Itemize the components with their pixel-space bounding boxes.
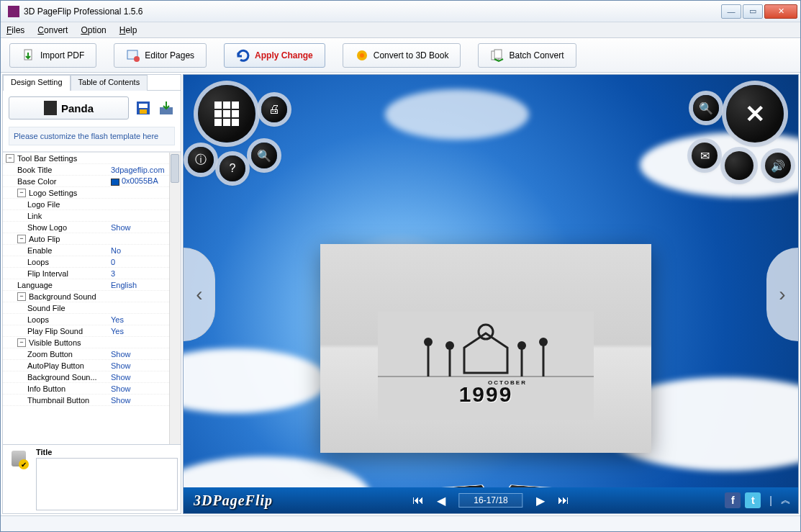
email-icon: ✉ [700, 149, 710, 163]
prop-name: Sound File [27, 304, 65, 312]
prop-row[interactable]: Logo File [3, 199, 181, 210]
collapse-icon[interactable]: − [6, 154, 14, 163]
info-button[interactable]: ⓘ [188, 147, 214, 173]
prop-name: Logo File [27, 200, 60, 209]
svg-point-17 [445, 341, 454, 350]
prop-row[interactable]: −Visible Buttons [3, 337, 181, 348]
prop-row[interactable]: Background Soun...Show [3, 371, 181, 383]
convert-3dbook-button[interactable]: Convert to 3D Book [343, 43, 461, 68]
prop-row[interactable]: Sound File [3, 302, 181, 314]
prop-row[interactable]: −Background Sound [3, 291, 181, 302]
menu-convert[interactable]: Convert [37, 25, 68, 35]
print-icon: 🖨 [268, 103, 280, 116]
prop-name: Background Sound [29, 292, 96, 301]
brand-logo: 3DPageFlip [194, 492, 273, 509]
zoom-button[interactable]: 🔍 [693, 95, 719, 121]
prop-row[interactable]: −Tool Bar Settings [3, 153, 181, 164]
menu-option[interactable]: Option [81, 25, 106, 35]
collapse-icon[interactable]: − [17, 235, 26, 243]
prop-row[interactable]: Book Title3dpageflip.com [3, 164, 181, 176]
next-page-arrow[interactable]: › [766, 248, 798, 341]
prop-row[interactable]: AutoPlay ButtonShow [3, 360, 181, 371]
book-icon [44, 101, 57, 115]
prop-name: AutoPlay Button [27, 361, 84, 370]
collapse-icon[interactable]: − [17, 292, 26, 301]
save-template-button[interactable] [135, 99, 152, 117]
close-button[interactable]: ✕ [764, 4, 797, 19]
maximize-button[interactable]: ▭ [743, 4, 763, 19]
last-page-button[interactable]: ⏭ [558, 494, 569, 507]
import-pdf-button[interactable]: Import PDF [9, 43, 96, 68]
next-page-button[interactable]: ▶ [536, 494, 545, 508]
prop-row[interactable]: Zoom ButtonShow [3, 348, 181, 360]
import-icon [22, 48, 36, 63]
help-button[interactable]: ? [220, 155, 245, 181]
editor-icon [126, 48, 140, 63]
sound-button[interactable]: 🔊 [765, 153, 791, 179]
menu-files[interactable]: Files [6, 25, 24, 35]
prop-row[interactable]: −Auto Flip [3, 233, 181, 245]
help-icon: ? [230, 162, 236, 175]
prop-name: Thumbnail Button [27, 396, 89, 405]
prop-row[interactable]: Show LogoShow [3, 222, 181, 233]
svg-point-19 [517, 341, 526, 350]
fullscreen-button[interactable]: ✕ [726, 85, 784, 143]
collapse-icon[interactable]: − [17, 338, 26, 347]
search-button[interactable]: 🔍 [251, 143, 277, 168]
prop-name: Enable [27, 246, 52, 255]
prop-row[interactable]: Info ButtonShow [3, 383, 181, 395]
prop-row[interactable]: Base Color0x0055BA [3, 176, 181, 187]
prev-page-button[interactable]: ◀ [437, 494, 445, 508]
batch-convert-button[interactable]: Batch Convert [478, 43, 576, 68]
prop-row[interactable]: EnableNo [3, 245, 181, 256]
prop-row[interactable]: −Logo Settings [3, 187, 181, 199]
property-list[interactable]: −Tool Bar SettingsBook Title3dpageflip.c… [3, 152, 181, 444]
thumbnails-button[interactable] [198, 85, 255, 143]
scrollbar[interactable] [169, 153, 181, 444]
prop-name: Auto Flip [29, 235, 60, 243]
twitter-button[interactable]: t [745, 492, 761, 508]
first-page-button[interactable]: ⏮ [412, 494, 424, 507]
page-indicator[interactable]: 16-17/18 [458, 493, 522, 508]
minimize-button[interactable]: — [721, 4, 741, 19]
menu-help[interactable]: Help [119, 25, 137, 35]
prop-name: Show Logo [27, 223, 67, 232]
prop-row[interactable]: Flip Interval3 [3, 268, 181, 279]
export-template-button[interactable] [158, 99, 175, 117]
extra-button[interactable] [725, 151, 754, 180]
convert-label: Convert to 3D Book [374, 50, 449, 60]
svg-rect-8 [139, 104, 148, 108]
tab-design-setting[interactable]: Design Setting [3, 75, 71, 91]
info-icon: ⓘ [195, 153, 207, 168]
svg-point-15 [424, 338, 433, 346]
import-label: Import PDF [40, 50, 84, 60]
svg-rect-9 [140, 109, 147, 114]
template-panda-button[interactable]: Panda [9, 96, 129, 120]
expand-up-button[interactable]: ︽ [781, 494, 791, 507]
print-button[interactable]: 🖨 [261, 96, 287, 122]
facebook-button[interactable]: f [725, 492, 741, 508]
panda-label: Panda [61, 102, 94, 114]
email-button[interactable]: ✉ [692, 143, 718, 168]
editor-pages-button[interactable]: Editor Pages [114, 43, 207, 68]
prop-row[interactable]: LoopsYes [3, 314, 181, 325]
status-bar [1, 515, 800, 531]
sound-icon: 🔊 [771, 159, 785, 173]
convert-icon [355, 48, 369, 63]
divider: | [769, 495, 772, 506]
collapse-icon[interactable]: − [17, 189, 26, 197]
prop-row[interactable]: Loops0 [3, 256, 181, 268]
apply-label: Apply Change [255, 50, 313, 60]
prop-row[interactable]: Link [3, 210, 181, 222]
prop-name: Info Button [27, 384, 65, 393]
prop-row[interactable]: Play Flip SoundYes [3, 325, 181, 337]
batch-icon [490, 48, 504, 63]
prop-row[interactable]: Thumbnail ButtonShow [3, 395, 181, 406]
tab-table-of-contents[interactable]: Table of Contents [71, 75, 148, 91]
window-title: 3D PageFlip Professional 1.5.6 [24, 6, 721, 17]
book-page[interactable]: 1999 OCTOBER [320, 244, 651, 453]
apply-change-button[interactable]: Apply Change [224, 43, 325, 68]
app-icon [8, 6, 19, 17]
prop-row[interactable]: LanguageEnglish [3, 279, 181, 291]
title-field-input[interactable] [36, 458, 178, 510]
